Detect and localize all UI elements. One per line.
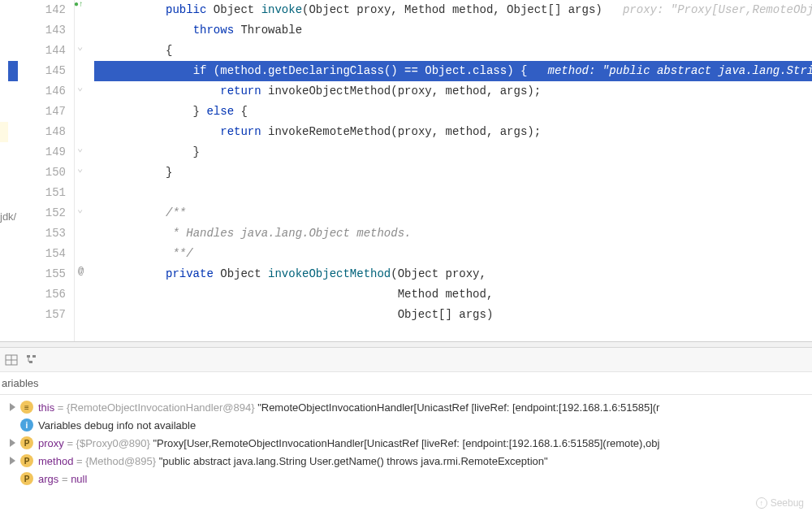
tree-icon[interactable] <box>26 353 39 366</box>
variable-row[interactable]: ≡this = {RemoteObjectInvocationHandler@8… <box>0 398 812 416</box>
override-gutter-icon[interactable]: @ <box>78 266 84 277</box>
line-number[interactable]: 149 <box>24 142 66 163</box>
variable-row[interactable]: Pmethod = {Method@895} "public abstract … <box>0 452 812 470</box>
line-number[interactable]: 144 <box>24 41 66 61</box>
svg-rect-5 <box>29 361 32 363</box>
code-line[interactable]: return invokeObjectMethod(proxy, method,… <box>94 81 812 102</box>
line-number[interactable]: 147 <box>24 102 66 122</box>
fold-icon[interactable]: ⌄ <box>77 163 83 175</box>
variable-text: this = {RemoteObjectInvocationHandler@89… <box>38 401 659 414</box>
variables-panel[interactable]: ≡this = {RemoteObjectInvocationHandler@8… <box>0 395 812 488</box>
code-content[interactable]: public Object invoke(Object proxy, Metho… <box>94 0 812 341</box>
variable-text: Variables debug info not available <box>38 419 196 431</box>
variable-badge-icon: ≡ <box>20 401 33 414</box>
code-line[interactable]: if (method.getDeclaringClass() == Object… <box>94 61 812 81</box>
line-number[interactable]: 150 <box>24 163 66 183</box>
svg-rect-3 <box>27 355 30 358</box>
execution-point-icon[interactable]: ●↑ <box>74 0 84 9</box>
code-line[interactable]: Object[] args) <box>94 305 812 325</box>
watermark-text: Seebug <box>771 497 804 509</box>
line-number[interactable]: 145 <box>24 61 66 81</box>
variables-panel-title: ariables <box>0 372 812 395</box>
line-number[interactable]: 153 <box>24 223 66 244</box>
code-line[interactable]: { <box>94 41 812 61</box>
code-line[interactable]: } <box>94 163 812 183</box>
gutter-icon-strip[interactable]: ●↑⌄⌄⌄⌄⌄@ <box>75 0 94 341</box>
variable-text: proxy = {$Proxy0@890} "Proxy[User,Remote… <box>38 437 659 449</box>
fold-icon[interactable]: ⌄ <box>77 41 83 53</box>
variable-row[interactable]: Pargs = null <box>0 470 812 488</box>
expand-icon[interactable] <box>10 403 15 411</box>
line-number[interactable]: 148 <box>24 122 66 142</box>
watermark: ↑ Seebug <box>756 497 804 509</box>
variable-badge-icon: P <box>20 436 33 449</box>
code-line[interactable]: /** <box>94 203 812 223</box>
variable-row[interactable]: Pproxy = {$Proxy0@890} "Proxy[User,Remot… <box>0 434 812 452</box>
info-icon: i <box>20 418 33 431</box>
variable-text: args = null <box>38 473 87 485</box>
code-line[interactable]: public Object invoke(Object proxy, Metho… <box>94 0 812 20</box>
code-line[interactable]: Method method, <box>94 284 812 305</box>
code-editor[interactable]: jdk/ 14214314414514614714814915015115215… <box>0 0 812 341</box>
code-line[interactable]: private Object invokeObjectMethod(Object… <box>94 264 812 284</box>
line-number[interactable]: 157 <box>24 305 66 325</box>
variable-badge-icon: P <box>20 472 33 485</box>
watermark-icon: ↑ <box>756 497 767 509</box>
panel-divider[interactable] <box>0 341 812 348</box>
jdk-label: jdk/ <box>0 210 16 223</box>
debug-toolbar <box>0 348 812 372</box>
expand-icon[interactable] <box>10 457 15 465</box>
expand-icon[interactable] <box>10 439 15 447</box>
line-number[interactable]: 143 <box>24 20 66 41</box>
execution-line-marker <box>8 61 18 81</box>
line-number[interactable]: 154 <box>24 244 66 264</box>
fold-icon[interactable]: ⌄ <box>77 203 83 215</box>
svg-rect-4 <box>32 355 36 358</box>
change-marker <box>0 122 8 142</box>
variable-row[interactable]: iVariables debug info not available <box>0 416 812 434</box>
fold-icon[interactable]: ⌄ <box>77 142 83 154</box>
line-number[interactable]: 142 <box>24 0 66 20</box>
code-line[interactable]: } else { <box>94 102 812 122</box>
line-number[interactable]: 155 <box>24 264 66 284</box>
layout-icon[interactable] <box>5 353 18 366</box>
variable-text: method = {Method@895} "public abstract j… <box>38 455 548 467</box>
left-gutter: jdk/ <box>0 0 24 341</box>
code-line[interactable] <box>94 183 812 203</box>
code-line[interactable]: **/ <box>94 244 812 264</box>
line-number-gutter[interactable]: 1421431441451461471481491501511521531541… <box>24 0 75 341</box>
line-number[interactable]: 151 <box>24 183 66 203</box>
code-line[interactable]: return invokeRemoteMethod(proxy, method,… <box>94 122 812 142</box>
code-line[interactable]: throws Throwable <box>94 20 812 41</box>
line-number[interactable]: 152 <box>24 203 66 223</box>
line-number[interactable]: 146 <box>24 81 66 102</box>
variable-badge-icon: P <box>20 454 33 467</box>
line-number[interactable]: 156 <box>24 284 66 305</box>
fold-icon[interactable]: ⌄ <box>77 81 83 93</box>
code-line[interactable]: } <box>94 142 812 163</box>
code-line[interactable]: * Handles java.lang.Object methods. <box>94 223 812 244</box>
